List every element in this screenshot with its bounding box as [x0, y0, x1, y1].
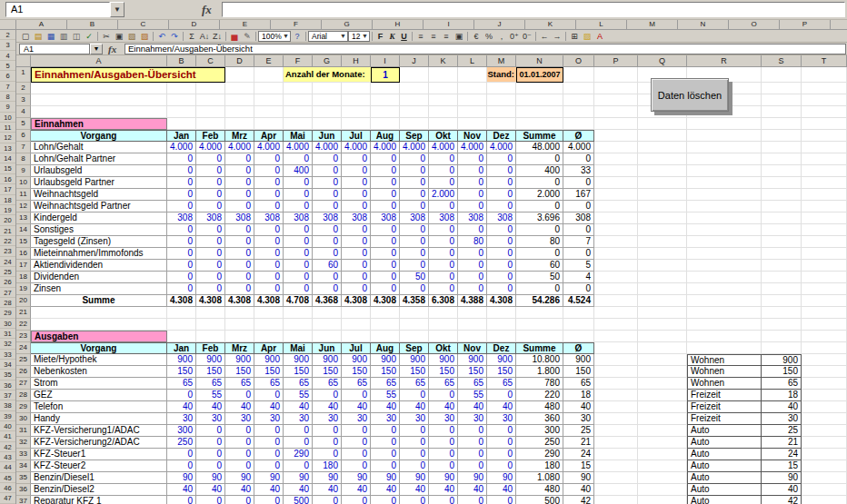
empty-cell[interactable]	[594, 189, 638, 201]
income-month-value[interactable]: 0	[254, 224, 284, 236]
empty-cell[interactable]	[594, 437, 638, 449]
income-month-value[interactable]: 0	[196, 248, 225, 260]
inner-column-header-I[interactable]: I	[371, 55, 400, 67]
expense-month-value[interactable]: 65	[254, 378, 284, 390]
inner-formula-input[interactable]: Einnahmen/Ausgaben-Übersicht	[125, 44, 846, 54]
inner-row-header-12[interactable]: 12	[16, 201, 31, 212]
outer-name-box[interactable]: A1	[5, 2, 110, 17]
income-month-value[interactable]: 0	[458, 272, 487, 283]
outer-row-header-26[interactable]: 26	[0, 277, 15, 287]
income-sum[interactable]: 80	[516, 236, 563, 248]
expense-sum[interactable]: 220	[516, 390, 563, 401]
empty-cell[interactable]	[31, 83, 167, 94]
income-row-label[interactable]: Urlaubsgeld Partner	[31, 177, 167, 189]
stand-date-cell[interactable]: 01.01.2007	[516, 67, 563, 83]
empty-cell[interactable]	[802, 496, 847, 504]
empty-cell[interactable]	[802, 413, 847, 425]
empty-cell[interactable]	[225, 94, 254, 106]
empty-cell[interactable]	[196, 118, 225, 130]
category-value-cell[interactable]: 40	[762, 401, 802, 413]
expense-avg[interactable]: 21	[563, 437, 594, 449]
income-month-value[interactable]: 0	[225, 165, 254, 177]
header-month-Sep[interactable]: Sep	[400, 130, 429, 142]
outer-row-header-10[interactable]: 10	[0, 113, 15, 123]
select-all-corner[interactable]	[0, 20, 16, 30]
income-avg[interactable]: 5	[563, 260, 594, 272]
income-month-value[interactable]: 0	[167, 272, 196, 283]
print-icon[interactable]: ▥	[57, 31, 70, 42]
expense-month-value[interactable]: 40	[313, 484, 342, 496]
expense-month-value[interactable]: 900	[371, 354, 400, 366]
expense-month-value[interactable]: 900	[342, 354, 371, 366]
empty-cell[interactable]	[687, 212, 762, 224]
percent-icon[interactable]: %	[483, 31, 495, 42]
expense-row-label[interactable]: Handy	[31, 413, 167, 425]
inner-column-header-A[interactable]: A	[31, 55, 167, 67]
inner-row-header-10[interactable]: 10	[16, 177, 31, 189]
expense-month-value[interactable]: 0	[400, 390, 429, 401]
income-sum[interactable]: 0	[516, 177, 563, 189]
expense-row-label[interactable]: GEZ	[31, 390, 167, 401]
empty-cell[interactable]	[762, 165, 802, 177]
income-month-value[interactable]: 0	[342, 260, 371, 272]
expense-month-value[interactable]: 65	[313, 378, 342, 390]
income-month-value[interactable]: 0	[284, 189, 313, 201]
empty-cell[interactable]	[594, 307, 638, 319]
empty-cell[interactable]	[254, 94, 284, 106]
outer-column-header-E[interactable]: E	[220, 20, 271, 30]
empty-cell[interactable]	[400, 67, 429, 83]
empty-cell[interactable]	[638, 437, 687, 449]
empty-cell[interactable]	[516, 83, 563, 94]
header-month-Apr[interactable]: Apr	[254, 342, 284, 354]
income-month-value[interactable]: 0	[225, 283, 254, 295]
income-month-value[interactable]: 4.000	[196, 142, 225, 153]
income-month-value[interactable]: 4.000	[458, 142, 487, 153]
empty-cell[interactable]	[594, 224, 638, 236]
header-month-Jun[interactable]: Jun	[313, 342, 342, 354]
expense-month-value[interactable]: 90	[167, 472, 196, 484]
cut-icon[interactable]: ✂	[100, 31, 113, 42]
inner-column-header-T[interactable]: T	[802, 55, 847, 67]
income-month-value[interactable]: 50	[400, 272, 429, 283]
income-month-value[interactable]: 0	[225, 189, 254, 201]
empty-cell[interactable]	[563, 331, 594, 342]
expense-avg[interactable]: 40	[563, 484, 594, 496]
income-month-value[interactable]: 0	[254, 165, 284, 177]
empty-cell[interactable]	[284, 94, 313, 106]
expense-sum[interactable]: 360	[516, 413, 563, 425]
expense-month-value[interactable]: 65	[487, 378, 516, 390]
income-month-value[interactable]: 0	[284, 224, 313, 236]
empty-cell[interactable]	[802, 437, 847, 449]
empty-cell[interactable]	[762, 331, 802, 342]
empty-cell[interactable]	[762, 272, 802, 283]
align-center-icon[interactable]: ≡	[427, 31, 440, 42]
empty-cell[interactable]	[802, 83, 847, 94]
empty-cell[interactable]	[487, 331, 516, 342]
empty-cell[interactable]	[638, 307, 687, 319]
category-value-cell[interactable]: 65	[762, 378, 802, 390]
expense-month-value[interactable]: 40	[429, 401, 458, 413]
empty-cell[interactable]	[31, 106, 167, 118]
expense-month-value[interactable]: 65	[371, 378, 400, 390]
empty-cell[interactable]	[196, 94, 225, 106]
empty-cell[interactable]	[167, 94, 196, 106]
expense-month-value[interactable]: 30	[342, 413, 371, 425]
inner-row-header-19[interactable]: 19	[16, 283, 31, 295]
size-dropdown-icon[interactable]: ▼	[362, 32, 369, 41]
outer-row-header-42[interactable]: 42	[0, 442, 15, 452]
income-month-value[interactable]: 4.000	[429, 142, 458, 153]
income-month-value[interactable]: 0	[196, 260, 225, 272]
empty-cell[interactable]	[638, 319, 687, 331]
empty-cell[interactable]	[594, 460, 638, 472]
empty-cell[interactable]	[167, 106, 196, 118]
expense-month-value[interactable]: 0	[487, 460, 516, 472]
empty-cell[interactable]	[254, 118, 284, 130]
outer-row-header-15[interactable]: 15	[0, 163, 15, 173]
empty-cell[interactable]	[802, 165, 847, 177]
expense-row-label[interactable]: Miete/Hypothek	[31, 354, 167, 366]
empty-cell[interactable]	[638, 272, 687, 283]
empty-cell[interactable]	[802, 142, 847, 153]
empty-cell[interactable]	[487, 94, 516, 106]
empty-cell[interactable]	[487, 118, 516, 130]
empty-cell[interactable]	[638, 248, 687, 260]
